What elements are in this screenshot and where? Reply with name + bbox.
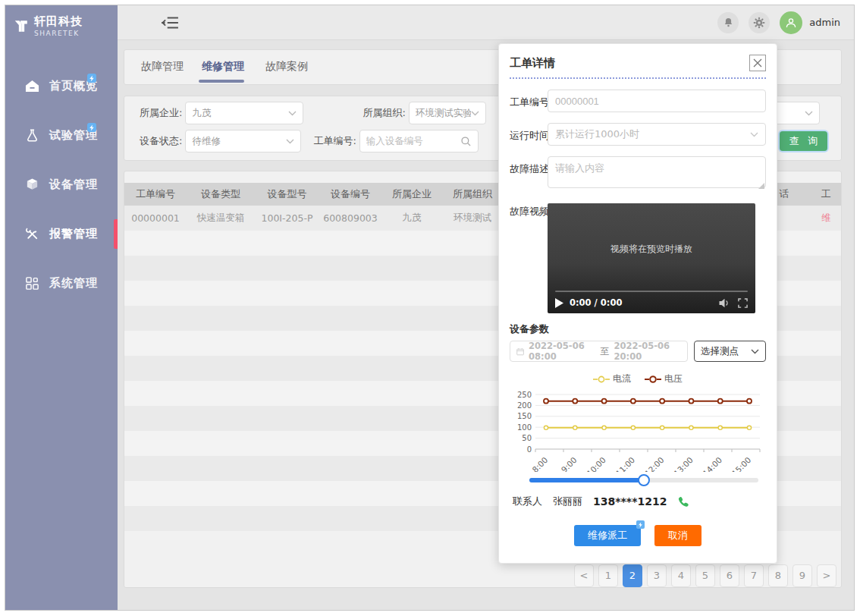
runtime-select-value: 累计运行1000小时 xyxy=(555,127,750,141)
fault-video-player[interactable]: 视频将在预览时播放 0:00 / 0:00 xyxy=(548,203,755,313)
pagination-page-4[interactable]: 4 xyxy=(671,564,691,587)
order-no-label: 工单编号 xyxy=(510,90,548,112)
chevron-down-icon xyxy=(750,132,758,137)
order-search-box xyxy=(359,130,479,152)
legend-voltage-label: 电压 xyxy=(664,372,683,385)
order-filter-label: 工单编号: xyxy=(313,134,356,148)
fault-desc-label: 故障描述 xyxy=(510,156,548,191)
header-cell: 所属企业 xyxy=(381,183,442,206)
settings-gear-button[interactable] xyxy=(749,12,770,33)
date-separator: 至 xyxy=(601,345,610,358)
sidebar-item-alarm[interactable]: 报警管理 xyxy=(5,209,118,259)
search-button[interactable]: 查 询 xyxy=(780,131,827,151)
fault-video-label: 故障视频 xyxy=(510,203,548,313)
svg-text:150: 150 xyxy=(517,412,532,420)
tab-fault-management[interactable]: 故障管理 xyxy=(141,50,184,83)
svg-text:250: 250 xyxy=(517,391,532,399)
pagination-page-6[interactable]: 6 xyxy=(720,564,739,587)
chart-range-slider xyxy=(529,473,758,486)
status-select[interactable]: 待维修 xyxy=(185,130,301,152)
brand-logo-icon xyxy=(14,19,29,33)
table-cell: 环境测试 xyxy=(442,206,503,231)
legend-voltage[interactable]: 电压 xyxy=(645,372,683,385)
org-select[interactable]: 环境测试实验室 xyxy=(409,102,486,124)
fault-desc-textarea[interactable] xyxy=(548,156,766,188)
play-icon[interactable] xyxy=(555,298,563,308)
sidebar-item-device[interactable]: 设备管理 xyxy=(5,160,118,209)
sidebar-item-home[interactable]: 首页概览 xyxy=(5,61,118,111)
dispatch-repair-button[interactable]: 维修派工 xyxy=(574,525,641,546)
pagination-page-1[interactable]: 1 xyxy=(598,564,618,587)
pagination-prev[interactable]: < xyxy=(574,564,594,587)
fullscreen-icon[interactable] xyxy=(738,298,748,308)
pagination-page-3[interactable]: 3 xyxy=(647,564,667,587)
svg-text:12:00: 12:00 xyxy=(643,455,666,472)
person-icon xyxy=(784,16,798,30)
sidebar-item-label: 设备管理 xyxy=(49,178,98,192)
status-filter-label: 设备状态: xyxy=(140,134,182,148)
header-cell: 所属组织 xyxy=(442,183,503,206)
table-cell: 00000001 xyxy=(124,206,187,231)
svg-text:13:00: 13:00 xyxy=(672,455,695,472)
active-tab-underline xyxy=(199,80,244,83)
table-cell: 100I-205-P xyxy=(255,206,319,231)
phone-icon[interactable] xyxy=(677,496,689,508)
legend-current-label: 电流 xyxy=(613,372,631,385)
gear-icon xyxy=(753,17,765,29)
sidebar-item-test[interactable]: 试验管理 xyxy=(5,111,118,160)
volume-muted-icon[interactable] xyxy=(719,298,730,308)
pagination-page-8[interactable]: 8 xyxy=(768,564,788,587)
dispatch-badge-icon xyxy=(636,520,645,529)
sidebar-menu: 首页概览 试验管理 设备管理 xyxy=(5,61,118,308)
dotted-separator xyxy=(510,77,766,79)
video-time: 0:00 / 0:00 xyxy=(570,297,622,308)
pagination-next[interactable]: > xyxy=(817,564,836,587)
table-cell: 600809003 xyxy=(319,206,381,231)
modal-title: 工单详情 xyxy=(510,56,555,71)
measure-point-value: 选择测点 xyxy=(701,345,751,358)
pagination-page-9[interactable]: 9 xyxy=(793,564,812,587)
svg-text:14:00: 14:00 xyxy=(701,455,723,472)
order-search-input[interactable] xyxy=(366,136,460,146)
flask-icon xyxy=(25,128,39,143)
svg-text:8:00: 8:00 xyxy=(530,455,549,472)
pagination-page-2[interactable]: 2 xyxy=(623,564,642,587)
tab-repair-management[interactable]: 维修管理 xyxy=(202,50,244,83)
header-cell: 设备编号 xyxy=(319,183,381,206)
header-cell: 设备类型 xyxy=(187,183,255,206)
table-cell: 九茂 xyxy=(381,206,442,231)
search-icon[interactable] xyxy=(460,136,472,147)
calendar-icon xyxy=(516,347,524,357)
runtime-select[interactable]: 累计运行1000小时 xyxy=(548,123,766,146)
cancel-button[interactable]: 取消 xyxy=(654,525,701,546)
org-select-value: 环境测试实验室 xyxy=(416,107,471,120)
cube-icon xyxy=(25,178,39,192)
device-params-label: 设备参数 xyxy=(510,322,766,336)
sidebar-item-system[interactable]: 系统管理 xyxy=(5,259,118,308)
org-filter-label: 所属组织: xyxy=(363,106,405,120)
pagination: <123456789> xyxy=(574,564,836,587)
pagination-page-5[interactable]: 5 xyxy=(695,564,715,587)
legend-current[interactable]: 电流 xyxy=(593,372,631,385)
company-select[interactable]: 九茂 xyxy=(185,102,303,124)
table-cell: 快速温变箱 xyxy=(187,206,255,231)
modal-close-button[interactable] xyxy=(749,55,766,71)
company-filter-label: 所属企业: xyxy=(140,106,182,120)
dispatch-repair-label: 维修派工 xyxy=(588,530,627,541)
measure-point-select[interactable]: 选择测点 xyxy=(694,341,766,362)
sidebar-collapse-icon[interactable] xyxy=(161,15,179,30)
order-no-input[interactable] xyxy=(548,90,766,112)
tab-fault-cases[interactable]: 故障案例 xyxy=(265,50,308,83)
date-range-picker[interactable]: 2022-05-06 08:00 至 2022-05-06 20:00 xyxy=(510,341,688,362)
slider-handle[interactable] xyxy=(638,474,650,486)
date-start: 2022-05-06 08:00 xyxy=(529,341,595,362)
notification-bell-button[interactable] xyxy=(717,12,739,33)
header-cell: 设备型号 xyxy=(255,183,319,206)
textarea-resize-handle[interactable] xyxy=(758,183,764,189)
chevron-down-icon xyxy=(751,349,759,354)
pagination-page-7[interactable]: 7 xyxy=(744,564,764,587)
topbar: admin xyxy=(118,5,854,40)
user-avatar[interactable] xyxy=(780,11,802,34)
brand-logo: 轩田科技 SHARETEK xyxy=(5,5,118,37)
app-window: 轩田科技 SHARETEK 首页概览 试验管理 xyxy=(5,5,855,611)
